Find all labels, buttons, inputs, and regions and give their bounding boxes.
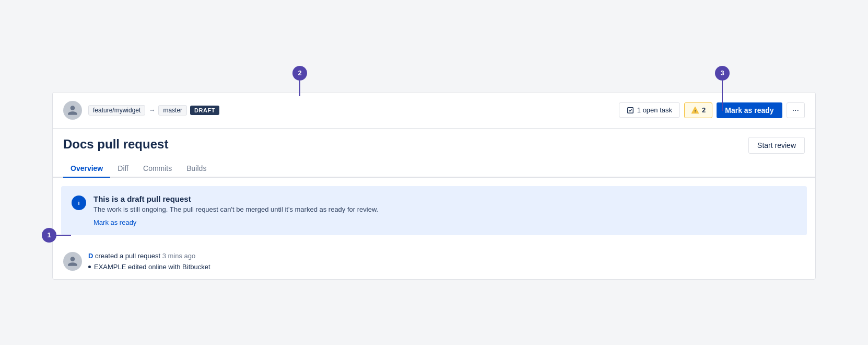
branch-arrow: → bbox=[148, 106, 155, 114]
more-options-button[interactable]: ··· bbox=[787, 102, 805, 118]
callout-line-2 bbox=[299, 80, 300, 96]
info-banner-description: The work is still ongoing. The pull requ… bbox=[93, 205, 378, 213]
tab-diff[interactable]: Diff bbox=[110, 160, 136, 178]
info-banner: i This is a draft pull request The work … bbox=[61, 186, 807, 235]
callout-badge-2: 2 bbox=[292, 66, 307, 80]
header-actions: 1 open task ! 2 Mark as ready ··· bbox=[619, 102, 805, 118]
branch-to: master bbox=[158, 105, 187, 116]
activity-action-text: created a pull request bbox=[95, 252, 160, 260]
activity-row: D created a pull request 3 mins ago EXAM… bbox=[53, 244, 815, 279]
pr-header: feature/mywidget → master DRAFT 1 open t… bbox=[53, 93, 815, 129]
warning-button[interactable]: ! 2 bbox=[684, 102, 712, 118]
activity-bullet: EXAMPLE edited online with Bitbucket bbox=[88, 263, 210, 271]
activity-content: D created a pull request 3 mins ago EXAM… bbox=[88, 252, 210, 271]
activity-avatar bbox=[63, 252, 82, 271]
branch-info: feature/mywidget → master DRAFT bbox=[88, 105, 219, 116]
tabs: Overview Diff Commits Builds bbox=[53, 160, 815, 178]
pr-title-row: Docs pull request Start review bbox=[53, 129, 815, 154]
tab-commits[interactable]: Commits bbox=[136, 160, 179, 178]
callout-badge-3: 3 bbox=[715, 66, 730, 80]
activity-bullet-text: EXAMPLE edited online with Bitbucket bbox=[94, 263, 210, 271]
start-review-button[interactable]: Start review bbox=[748, 137, 805, 154]
activity-text: D created a pull request 3 mins ago bbox=[88, 252, 210, 260]
open-task-label: 1 open task bbox=[637, 106, 672, 114]
warning-count: 2 bbox=[702, 106, 706, 114]
avatar bbox=[63, 101, 82, 120]
tab-overview[interactable]: Overview bbox=[63, 160, 110, 178]
bullet-dot bbox=[88, 266, 91, 268]
info-content: This is a draft pull request The work is… bbox=[93, 194, 378, 227]
callout-line-3 bbox=[722, 80, 723, 111]
mark-as-ready-button[interactable]: Mark as ready bbox=[717, 102, 782, 118]
info-banner-title: This is a draft pull request bbox=[93, 194, 378, 203]
draft-badge: DRAFT bbox=[190, 106, 219, 115]
pr-card: feature/mywidget → master DRAFT 1 open t… bbox=[52, 92, 816, 280]
callout-badge-1: 1 bbox=[42, 228, 56, 243]
tab-builds[interactable]: Builds bbox=[179, 160, 214, 178]
svg-text:i: i bbox=[78, 200, 79, 206]
callout-line-1 bbox=[56, 235, 71, 236]
info-banner-mark-ready-link[interactable]: Mark as ready bbox=[93, 218, 136, 226]
activity-time-value: 3 mins ago bbox=[162, 252, 196, 260]
info-icon: i bbox=[72, 196, 86, 210]
activity-user-link[interactable]: D bbox=[88, 252, 93, 260]
branch-from: feature/mywidget bbox=[88, 105, 145, 116]
svg-text:!: ! bbox=[695, 109, 696, 113]
pr-title: Docs pull request bbox=[63, 137, 168, 152]
open-task-button[interactable]: 1 open task bbox=[619, 102, 680, 118]
